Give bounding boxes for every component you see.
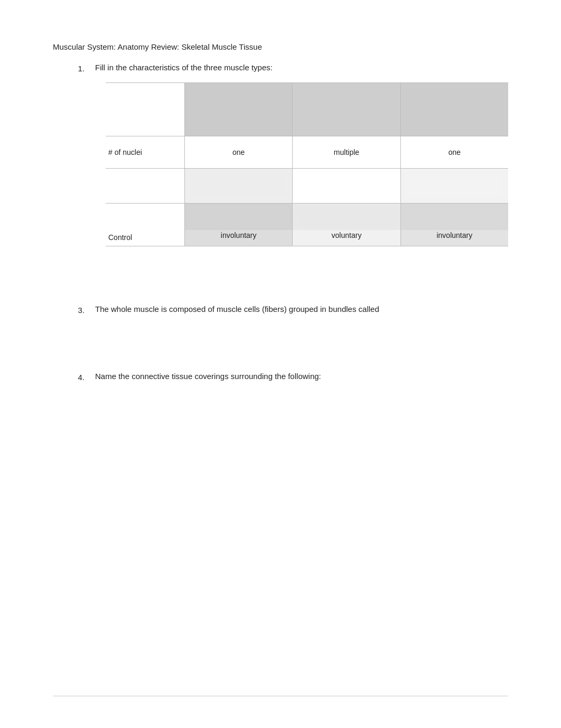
page: Muscular System: Anatomy Review: Skeleta… xyxy=(0,0,561,728)
question-4-number: 4. xyxy=(53,372,95,382)
question-1-number: 1. xyxy=(53,63,95,73)
blank-row-1 xyxy=(106,169,508,204)
question-3-number: 3. xyxy=(53,305,95,315)
control-smooth-cell: involuntary xyxy=(185,204,293,246)
header-cardiac-cell xyxy=(401,83,508,136)
nuclei-row: # of nuclei one multiple one xyxy=(106,136,508,169)
header-blur-2 xyxy=(293,83,400,136)
page-title: Muscular System: Anatomy Review: Skeleta… xyxy=(53,42,508,51)
question-1-text: Fill in the characteristics of the three… xyxy=(95,63,508,72)
nuclei-cardiac-value: one xyxy=(401,136,508,168)
blank-label-1 xyxy=(106,169,185,203)
control-cardiac-cell: involuntary xyxy=(401,204,508,246)
blank-blur-1a xyxy=(185,169,292,203)
control-blur-1 xyxy=(185,204,292,230)
header-blur-3 xyxy=(401,83,508,136)
header-label-cell xyxy=(106,83,185,136)
control-skeletal-cell: voluntary xyxy=(293,204,400,246)
question-4-text: Name the connective tissue coverings sur… xyxy=(95,372,508,381)
nuclei-skeletal-value: multiple xyxy=(293,136,400,168)
blank-val-1b xyxy=(293,169,400,203)
control-row: Control involuntary voluntary involuntar… xyxy=(106,204,508,246)
question-3-text: The whole muscle is composed of muscle c… xyxy=(95,305,508,314)
blank-val-1c xyxy=(401,169,508,203)
control-label-cell: Control xyxy=(106,204,185,246)
question-3-row: 3. The whole muscle is composed of muscl… xyxy=(53,305,508,315)
spacer-1 xyxy=(53,257,508,305)
blank-blur-1c xyxy=(401,169,508,203)
header-blur-1 xyxy=(185,83,292,136)
spacer-2 xyxy=(53,324,508,372)
nuclei-smooth-value: one xyxy=(185,136,293,168)
muscle-table-area: # of nuclei one multiple one xyxy=(106,82,508,246)
question-4-row: 4. Name the connective tissue coverings … xyxy=(53,372,508,382)
control-blur-2 xyxy=(293,204,400,230)
question-1-row: 1. Fill in the characteristics of the th… xyxy=(53,63,508,73)
muscle-section: # of nuclei one multiple one xyxy=(106,82,508,246)
control-blur-3 xyxy=(401,204,508,230)
nuclei-label: # of nuclei xyxy=(106,136,185,168)
blank-val-1a xyxy=(185,169,293,203)
table-header-row xyxy=(106,82,508,136)
header-smooth-cell xyxy=(185,83,293,136)
header-skeletal-cell xyxy=(293,83,400,136)
page-divider xyxy=(53,696,508,696)
